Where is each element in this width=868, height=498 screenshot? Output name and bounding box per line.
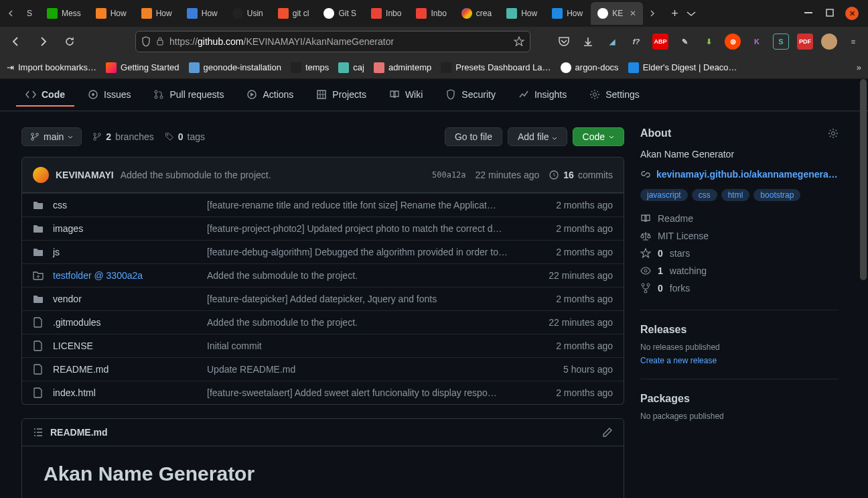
tab-wiki[interactable]: Wiki <box>380 84 432 107</box>
commit-sha[interactable]: 500a12a <box>432 170 466 180</box>
ext-cookie-icon[interactable] <box>821 34 837 50</box>
tab-security[interactable]: Security <box>436 84 505 107</box>
file-commit-message[interactable]: Initial commit <box>207 340 526 351</box>
scrollbar-thumb[interactable] <box>860 79 867 280</box>
shield-icon[interactable] <box>141 36 151 47</box>
gear-icon[interactable] <box>828 128 839 139</box>
watchers-link[interactable]: 1 watching <box>640 265 839 276</box>
license-link[interactable]: MIT License <box>640 231 839 241</box>
bookmark-item[interactable]: Elder's Digest | Deaco… <box>628 62 737 73</box>
tags-link[interactable]: 0tags <box>165 131 205 142</box>
bookmark-item[interactable]: argon-docs <box>561 62 619 73</box>
branches-link[interactable]: 2branches <box>92 131 153 142</box>
lock-icon[interactable] <box>156 36 164 47</box>
file-name[interactable]: js <box>53 247 207 257</box>
commit-author[interactable]: KEVINAMAYI <box>56 170 114 180</box>
tab-actions[interactable]: Actions <box>237 84 303 107</box>
tab[interactable]: Git S <box>317 2 363 25</box>
bookmark-item[interactable]: Getting Started <box>106 62 179 73</box>
commit-message[interactable]: Added the submodule to the project. <box>121 170 271 180</box>
tab[interactable]: How <box>500 2 544 25</box>
ext-pencil-icon[interactable]: ✎ <box>676 34 693 50</box>
topic-tag[interactable]: html <box>721 189 750 201</box>
app-menu-icon[interactable]: ≡ <box>845 34 861 50</box>
bookmark-star-icon[interactable] <box>514 36 524 47</box>
tab-pull-requests[interactable]: Pull requests <box>144 84 233 107</box>
bookmark-item[interactable]: Presets Dashboard La… <box>441 62 551 73</box>
ext-download-icon[interactable]: ⬇ <box>701 34 717 50</box>
tab-close-icon[interactable]: ✕ <box>630 9 636 18</box>
file-name[interactable]: LICENSE <box>53 340 207 351</box>
minimize-button[interactable] <box>802 7 814 19</box>
file-commit-message[interactable]: [feature-debug-algorithm] Debugged the a… <box>207 247 526 257</box>
reload-button[interactable] <box>60 32 79 51</box>
file-name[interactable]: index.html <box>53 387 207 398</box>
releases-title[interactable]: Releases <box>640 324 839 336</box>
go-to-file-button[interactable]: Go to file <box>445 127 502 146</box>
code-button[interactable]: Code <box>573 127 624 146</box>
file-name[interactable]: css <box>53 200 207 210</box>
downloads-icon[interactable] <box>580 34 596 50</box>
new-tab-button[interactable]: + <box>671 7 678 21</box>
tab-projects[interactable]: Projects <box>307 84 376 107</box>
file-name[interactable]: images <box>53 223 207 234</box>
edit-readme-icon[interactable] <box>602 427 613 438</box>
tab[interactable]: crea <box>455 2 498 25</box>
branch-select[interactable]: main <box>21 127 82 146</box>
file-commit-message[interactable]: Added the submodule to the project. <box>207 270 526 281</box>
create-release-link[interactable]: Create a new release <box>640 356 717 365</box>
forks-link[interactable]: 0 forks <box>640 283 839 294</box>
tab-scroll-left[interactable] <box>3 5 19 21</box>
tab[interactable]: Inbo <box>364 2 408 25</box>
bookmark-item[interactable]: ⇥Import bookmarks… <box>7 62 96 72</box>
tab-settings[interactable]: Settings <box>580 84 649 107</box>
file-commit-message[interactable]: [feature-rename title and reduce title f… <box>207 200 526 210</box>
tabs-dropdown-icon[interactable] <box>686 10 696 17</box>
ext-reddit-icon[interactable]: ⊚ <box>725 34 741 50</box>
topic-tag[interactable]: bootstrap <box>753 189 800 201</box>
topic-tag[interactable]: javascript <box>640 189 688 201</box>
back-button[interactable] <box>7 32 25 51</box>
bookmark-item[interactable]: admintemp <box>374 62 431 73</box>
tab[interactable]: How <box>545 2 589 25</box>
tab[interactable]: How <box>135 2 179 25</box>
stars-link[interactable]: 0 stars <box>640 248 839 259</box>
bookmark-item[interactable]: geonode-installation <box>189 62 281 73</box>
readme-filename[interactable]: README.md <box>50 427 108 438</box>
commits-link[interactable]: 16commits <box>549 170 613 180</box>
tab[interactable]: How <box>89 2 133 25</box>
ext-pdf-icon[interactable]: PDF <box>797 34 813 50</box>
ext-brush-icon[interactable]: ◢ <box>604 34 620 50</box>
bookmark-item[interactable]: caj <box>338 62 364 73</box>
tab-active[interactable]: KE ✕ <box>591 2 643 25</box>
add-file-button[interactable]: Add file <box>508 127 567 146</box>
packages-title[interactable]: Packages <box>640 393 839 405</box>
tab-insights[interactable]: Insights <box>509 84 576 107</box>
bookmark-item[interactable]: temps <box>291 62 329 73</box>
tab[interactable]: Mess <box>40 2 88 25</box>
maximize-button[interactable] <box>824 7 836 19</box>
bookmarks-overflow-icon[interactable]: » <box>857 62 861 72</box>
tab[interactable]: git cl <box>271 2 316 25</box>
url-bar[interactable]: https://github.com/KEVINAMAYI/AkanNameGe… <box>135 31 530 52</box>
tab[interactable]: S <box>20 2 39 25</box>
window-close-button[interactable]: ✕ <box>845 7 859 20</box>
file-commit-message[interactable]: Added the submodule to the project. <box>207 317 526 328</box>
topic-tag[interactable]: css <box>692 189 717 201</box>
ext-s-icon[interactable]: S <box>773 34 789 50</box>
homepage-link[interactable]: kevinamayi.github.io/akannamegenera… <box>656 169 838 180</box>
forward-button[interactable] <box>33 32 52 51</box>
file-name[interactable]: vendor <box>53 294 207 304</box>
file-name[interactable]: testfolder @ 3300a2a <box>53 270 207 281</box>
tab[interactable]: Inbo <box>409 2 453 25</box>
file-commit-message[interactable]: [feature-datepicker] Added datepicker, J… <box>207 294 526 304</box>
ext-abp-icon[interactable]: ABP <box>652 34 668 50</box>
tab[interactable]: Usin <box>226 2 270 25</box>
ext-fx-icon[interactable]: f? <box>628 34 644 50</box>
file-commit-message[interactable]: [feature-sweetalaert] Added sweet alert … <box>207 387 526 398</box>
tab-scroll-right[interactable] <box>644 5 660 21</box>
tab[interactable]: How <box>180 2 224 25</box>
readme-link[interactable]: Readme <box>640 213 839 224</box>
tab-code[interactable]: Code <box>16 84 74 107</box>
ext-k-icon[interactable]: K <box>749 34 765 50</box>
